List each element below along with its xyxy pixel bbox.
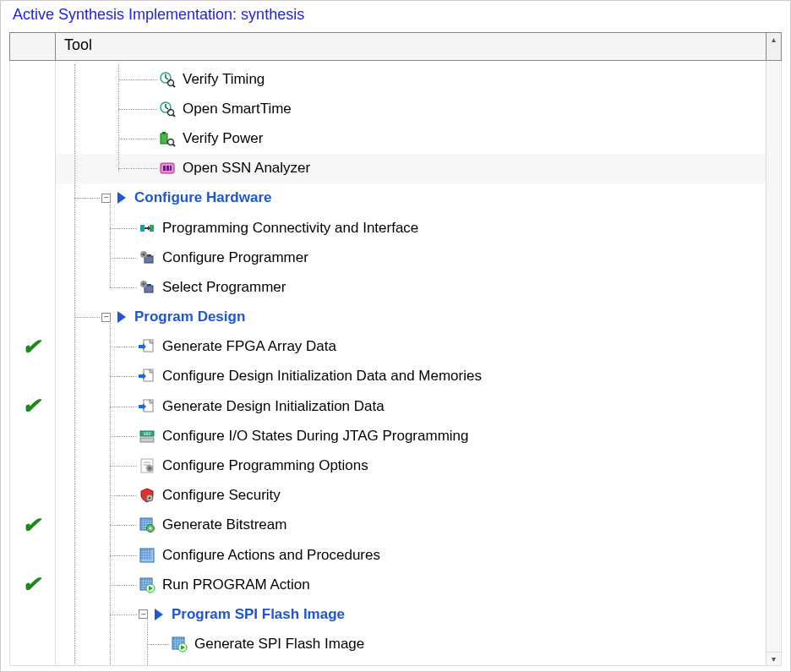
svg-point-1 [168,79,174,85]
category-program-spi-flash[interactable]: −Program SPI Flash Image [56,599,766,629]
tree-item-open-ssn-analyzer[interactable]: Open SSN Analyzer [56,154,766,183]
item-label: Verify Timing [183,71,265,88]
item-label: Open SmartTime [183,101,292,117]
tree-item-run-program-action[interactable]: Run PROGRAM Action [56,570,766,599]
options-icon [139,457,155,474]
item-label: Configure Security [162,487,281,504]
tree-item-run-program-spi-image-action[interactable]: Run PROGRAM_SPI_IMAGE Action [56,659,766,665]
doc-arrow-icon [139,338,155,355]
svg-rect-17 [145,256,153,263]
svg-rect-21 [145,286,153,292]
tree-item-generate-fpga-array-data[interactable]: Generate FPGA Array Data [56,332,766,362]
clock-magnify-icon [159,71,176,88]
tree-item-configure-design-initialization-data-and-memories[interactable]: Configure Design Initialization Data and… [56,362,766,391]
gear-programmer-icon [139,249,155,266]
item-label: Verify Power [183,130,263,147]
column-header-row: Tool ▴ [9,32,782,61]
svg-rect-6 [161,134,167,144]
svg-line-2 [173,85,176,87]
tree-item-programming-connectivity-and-interface[interactable]: Programming Connectivity and Interface [56,213,766,243]
checkmark-icon: ✔ [22,393,41,419]
category-configure-hardware[interactable]: −Configure Hardware [56,183,766,213]
page-title: Active Synthesis Implementation: synthes… [1,1,790,32]
svg-line-9 [173,144,176,146]
svg-point-8 [168,139,174,145]
vertical-scrollbar[interactable]: ▾ [766,61,781,665]
tree-item-generate-bitstream[interactable]: Generate Bitstream [56,511,766,540]
item-label: Configure Programming Options [162,457,368,474]
item-label: Generate SPI Flash Image [194,636,364,653]
category-label: Configure Hardware [134,189,271,206]
tree-item-open-smarttime[interactable]: Open SmartTime [56,94,766,123]
svg-line-5 [173,114,176,117]
battery-magnify-icon [159,130,176,147]
item-label: Generate FPGA Array Data [162,338,336,355]
svg-point-20 [143,253,145,255]
svg-rect-13 [170,166,172,171]
tree-item-configure-security[interactable]: Configure Security [56,481,766,511]
svg-point-24 [143,282,145,285]
tree-item-configure-programmer[interactable]: Configure Programmer [56,243,766,272]
svg-point-40 [149,497,151,500]
checkmark-icon: ✔ [22,334,41,360]
tree-item-verify-power[interactable]: Verify Power [56,123,766,153]
doc-arrow-icon [139,398,155,415]
gear-programmer-icon [139,279,155,296]
svg-rect-14 [140,225,145,232]
item-label: Configure Actions and Procedures [162,547,380,564]
svg-point-38 [149,467,151,470]
ssn-icon [159,160,176,177]
item-label: Open SSN Analyzer [183,160,310,177]
scroll-up-button[interactable]: ▴ [766,33,781,60]
scroll-down-button[interactable]: ▾ [766,652,781,665]
checkmark-icon: ✔ [22,571,41,598]
category-label: Program Design [134,309,245,325]
item-label: Configure I/O States During JTAG Program… [162,428,469,445]
shield-icon [139,487,155,504]
tool-column-header[interactable]: Tool [56,33,766,60]
tree-item-configure-actions-and-procedures[interactable]: Configure Actions and Procedures [56,540,766,570]
bitstream-icon [139,547,155,564]
category-program-design[interactable]: −Program Design [56,303,766,332]
doc-arrow-icon [139,368,155,385]
clock-magnify-icon [159,101,176,117]
status-column: ✔✔✔✔ [10,61,56,665]
svg-point-4 [168,109,174,115]
svg-rect-12 [166,166,169,171]
item-label: Configure Design Initialization Data and… [162,368,482,385]
tree-item-select-programmer[interactable]: Select Programmer [56,272,766,302]
tree-panel[interactable]: Verify TimingOpen SmartTimeVerify PowerO… [56,61,766,665]
bitstream-play-icon [139,576,155,593]
svg-rect-7 [162,132,166,134]
svg-text:102: 102 [143,431,150,436]
tool-grid: Tool ▴ ✔✔✔✔ Verify TimingOpen SmartTimeV… [9,32,782,666]
item-label: Generate Bitstream [162,516,286,533]
item-label: Configure Programmer [162,249,308,266]
connectivity-icon [139,220,155,237]
item-label: Programming Connectivity and Interface [162,220,418,237]
tree-item-configure-programming-options[interactable]: Configure Programming Options [56,451,766,480]
item-label: Generate Design Initialization Data [162,398,385,415]
tree-item-verify-timing[interactable]: Verify Timing [56,64,766,94]
tree-item-generate-design-initialization-data[interactable]: Generate Design Initialization Data [56,391,766,421]
checkmark-icon: ✔ [22,512,41,538]
svg-point-51 [150,527,152,530]
item-label: Run PROGRAM Action [162,576,310,593]
tree-item-configure-i-o-states-during-jtag-programming[interactable]: 102Configure I/O States During JTAG Prog… [56,421,766,451]
category-label: Program SPI Flash Image [172,606,345,623]
bitstream-gear-icon [139,516,155,533]
item-label: Select Programmer [162,279,286,296]
bitstream-play-icon [171,636,188,653]
status-column-header [10,33,56,60]
run-arrow-icon [117,311,126,323]
svg-rect-11 [163,166,166,171]
tree-item-generate-spi-flash-image[interactable]: Generate SPI Flash Image [56,630,766,659]
svg-rect-33 [140,438,154,442]
io-icon: 102 [139,428,155,445]
run-arrow-icon [117,192,126,204]
run-arrow-icon [155,609,163,620]
